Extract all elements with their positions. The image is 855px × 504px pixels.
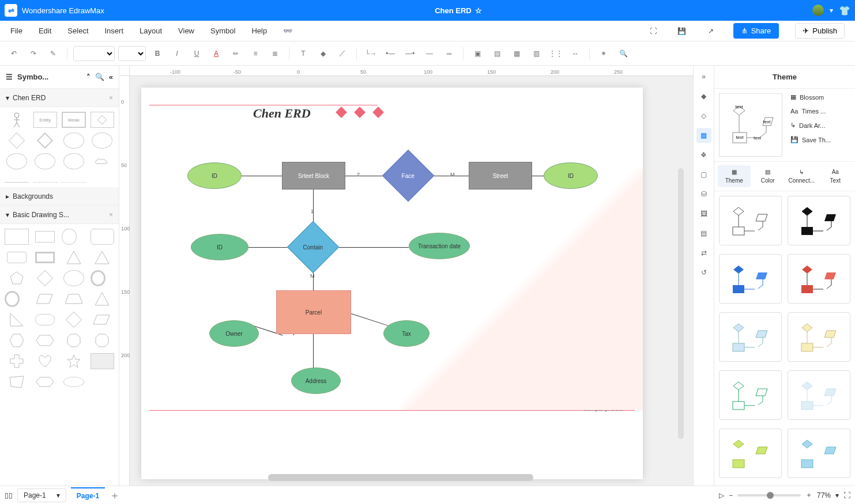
layers-icon[interactable]: ❖ [696, 147, 711, 162]
shape-attribute-2[interactable] [92, 132, 112, 149]
theme-card[interactable] [788, 196, 850, 245]
bold-button[interactable]: B [149, 46, 165, 62]
menu-edit[interactable]: Edit [39, 26, 51, 35]
bring-front-button[interactable]: ▤ [489, 46, 505, 62]
shape-relationship[interactable] [5, 132, 29, 149]
text-box-button[interactable]: T [295, 46, 311, 62]
basic-diamond[interactable] [33, 270, 58, 286]
node-id3[interactable]: ID [191, 234, 248, 260]
canvas-stage[interactable]: Chen ERD 2 M 1 ID Srteet Block [130, 76, 693, 486]
basic-ellipse[interactable] [63, 270, 84, 286]
publish-button[interactable]: ✈Publish [795, 23, 845, 39]
shape-line-dashed[interactable] [33, 182, 58, 183]
basic-para2[interactable] [91, 312, 115, 328]
node-id1[interactable]: ID [187, 162, 242, 189]
prop-save-theme[interactable]: 💾Save Th... [790, 136, 852, 143]
expand-right-icon[interactable]: » [696, 69, 711, 84]
tab-theme[interactable]: ▦Theme [718, 165, 751, 187]
zoom-caret-icon[interactable]: ▾ [835, 491, 839, 499]
basic-oct[interactable] [62, 332, 86, 348]
caret-down-icon[interactable]: ▾ [830, 6, 833, 14]
connector-type-button[interactable]: └→ [363, 46, 379, 62]
avatar[interactable] [812, 5, 824, 16]
node-face[interactable]: Face [382, 150, 435, 202]
tab-text[interactable]: AaText [819, 165, 852, 187]
line-style-button[interactable]: — [421, 46, 438, 62]
theme-card[interactable] [788, 429, 850, 478]
redo-button[interactable]: ↷ [25, 46, 42, 62]
tab-color[interactable]: ▤Color [752, 165, 785, 187]
zoom-slider[interactable] [737, 494, 801, 497]
basic-rect[interactable] [35, 231, 55, 242]
menu-view[interactable]: View [178, 26, 194, 35]
theme-card[interactable] [719, 429, 782, 478]
horizontal-scrollbar[interactable] [268, 474, 533, 481]
glasses-icon[interactable]: 👓 [283, 26, 292, 35]
history-icon[interactable]: ↺ [696, 265, 711, 280]
align-button[interactable]: ≡ [247, 46, 263, 62]
line-weight-button[interactable]: ═ [441, 46, 457, 62]
section-basic-drawing[interactable]: ▾ Basic Drawing S...× [0, 206, 119, 224]
fill-bucket-icon[interactable]: ◆ [696, 89, 711, 104]
basic-rtri[interactable] [5, 312, 29, 328]
section-backgrounds[interactable]: ▸ Backgrounds [0, 187, 119, 206]
basic-ell2[interactable] [63, 377, 84, 387]
font-family-select[interactable] [73, 46, 115, 61]
underline-button[interactable]: U [189, 46, 205, 62]
basic-diamond2[interactable] [62, 312, 86, 328]
theme-tab-icon[interactable]: ▦ [696, 128, 711, 143]
line-spacing-button[interactable]: ≣ [267, 46, 283, 62]
basic-para1[interactable] [33, 291, 58, 307]
basic-cube[interactable] [91, 353, 115, 369]
basic-hex[interactable] [5, 332, 29, 348]
tshirt-icon[interactable]: 👕 [839, 5, 850, 16]
basic-roundsq[interactable] [91, 229, 115, 245]
node-parcel[interactable]: Parcel [276, 290, 351, 334]
node-address[interactable]: Address [291, 367, 341, 394]
theme-card[interactable] [719, 370, 782, 420]
line-start-button[interactable]: •— [382, 46, 398, 62]
shape-line-solid[interactable] [5, 182, 29, 183]
shape-cloud[interactable] [91, 153, 115, 169]
basic-donut[interactable] [5, 291, 20, 307]
prop-font[interactable]: AaTimes ... [790, 108, 852, 115]
theme-preview[interactable]: texttexttexttext [719, 93, 782, 157]
theme-card[interactable] [788, 312, 850, 362]
page-icon[interactable]: ▤ [696, 226, 711, 241]
library-icon[interactable]: ☰ [6, 73, 13, 81]
shape-assoc-entity[interactable] [91, 112, 115, 128]
menu-symbol[interactable]: Symbol [210, 26, 235, 35]
basic-hex2[interactable] [33, 332, 58, 348]
play-icon[interactable]: ▷ [719, 491, 724, 499]
node-tax[interactable]: Tax [383, 320, 430, 347]
basic-pentagon[interactable] [5, 270, 29, 286]
options-button[interactable]: ✶ [596, 46, 612, 62]
basic-heart[interactable] [33, 353, 58, 369]
menu-layout[interactable]: Layout [140, 26, 162, 35]
shape-weak-relationship[interactable] [33, 132, 58, 149]
menu-file[interactable]: File [10, 26, 22, 35]
menu-insert[interactable]: Insert [105, 26, 124, 35]
basic-star[interactable] [62, 353, 86, 369]
size-button[interactable]: ↔ [567, 46, 583, 62]
basic-quad[interactable] [5, 374, 29, 390]
node-contain[interactable]: Contain [287, 221, 340, 274]
data-icon[interactable]: ⛁ [696, 187, 711, 202]
zoom-in-button[interactable]: ＋ [805, 490, 812, 500]
page-tab-1[interactable]: Page-1 [71, 487, 105, 503]
format-painter-button[interactable]: ✎ [45, 46, 61, 62]
close-basic-icon[interactable]: × [109, 211, 113, 219]
theme-card[interactable] [788, 254, 850, 304]
share-button[interactable]: ⋔Share [733, 23, 779, 39]
search-toolbar-button[interactable]: 🔍 [615, 46, 631, 62]
line-end-button[interactable]: —• [402, 46, 418, 62]
outline-icon[interactable]: ◇ [696, 108, 711, 123]
shape-attribute-3[interactable] [6, 153, 27, 169]
theme-card[interactable] [719, 312, 782, 362]
basic-square[interactable] [5, 229, 29, 245]
node-owner[interactable]: Owner [209, 320, 259, 347]
shape-attribute-5[interactable] [63, 153, 84, 169]
distribute-button[interactable]: ⋮⋮ [548, 46, 564, 62]
export-icon[interactable]: ↗ [705, 25, 717, 37]
close-section-icon[interactable]: × [109, 94, 113, 102]
